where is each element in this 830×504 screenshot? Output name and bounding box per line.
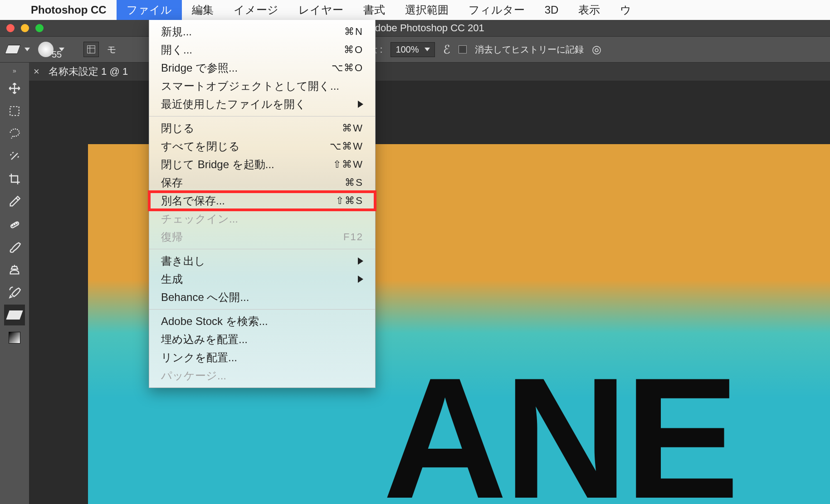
close-window-icon[interactable] <box>6 24 15 32</box>
menu-separator <box>149 249 375 249</box>
menu-item-label: チェックイン... <box>161 212 238 226</box>
document-tab[interactable]: × 名称未設定 1 @ 1 <box>34 65 128 78</box>
window-titlebar: Adobe Photoshop CC 201 <box>0 20 830 36</box>
menu-item-label: 埋め込みを配置... <box>161 332 248 347</box>
menu-item-label: 別名で保存... <box>161 194 225 208</box>
menubar-item-8[interactable]: 表示 <box>568 0 610 20</box>
gradient-tool-icon <box>9 332 20 344</box>
menu-item-label: 生成 <box>161 272 183 286</box>
svg-rect-1 <box>10 107 19 116</box>
menubar-item-4[interactable]: 書式 <box>353 0 395 20</box>
menu-item-label: 書き出し <box>161 254 205 268</box>
menu-item-label: 閉じる <box>161 121 195 136</box>
magic-wand-tool[interactable] <box>4 146 25 167</box>
submenu-arrow-icon <box>358 276 363 283</box>
menu-item-label: 開く... <box>161 43 192 57</box>
menu-separator <box>149 309 375 310</box>
menu-item[interactable]: 保存⌘S <box>149 174 375 192</box>
menu-item: チェックイン... <box>149 210 375 228</box>
marquee-tool[interactable] <box>4 101 25 121</box>
tools-expand-icon[interactable]: » <box>11 65 18 76</box>
menu-item-shortcut: ⇧⌘S <box>336 195 363 207</box>
menu-item: パッケージ... <box>149 367 375 385</box>
minimize-window-icon[interactable] <box>21 24 29 32</box>
zoom-window-icon[interactable] <box>35 24 44 32</box>
erase-history-checkbox[interactable] <box>459 45 467 53</box>
svg-rect-0 <box>88 46 95 53</box>
eyedropper-tool[interactable] <box>4 191 25 212</box>
menu-item[interactable]: 埋め込みを配置... <box>149 330 375 349</box>
menu-item-label: スマートオブジェクトとして開く... <box>161 79 339 93</box>
submenu-arrow-icon <box>358 257 363 265</box>
menu-item-label: すべてを閉じる <box>161 139 240 154</box>
menu-item[interactable]: 開く...⌘O <box>149 41 375 59</box>
menu-item[interactable]: Behance へ公開... <box>149 288 375 306</box>
menubar-item-7[interactable]: 3D <box>535 0 569 20</box>
menu-item[interactable]: 生成 <box>149 270 375 288</box>
mac-menubar: Photoshop CC ファイル編集イメージレイヤー書式選択範囲フィルター3D… <box>0 0 830 20</box>
menu-item[interactable]: すべてを閉じる⌥⌘W <box>149 137 375 155</box>
move-tool[interactable] <box>4 78 25 99</box>
menu-item-label: Behance へ公開... <box>161 290 249 305</box>
flow-value: 100% <box>395 44 419 55</box>
menu-item-label: 保存 <box>161 175 183 190</box>
menubar-item-1[interactable]: 編集 <box>182 0 224 20</box>
svg-point-5 <box>16 223 17 224</box>
svg-point-4 <box>14 224 15 225</box>
canvas-text-layer: ANE <box>383 339 736 504</box>
menu-item[interactable]: 新規...⌘N <box>149 23 375 41</box>
options-bar: 55 モ 流量 : 100% ℰ 消去してヒストリーに記録 ◎ <box>0 36 830 63</box>
menu-item-shortcut: F12 <box>343 231 363 243</box>
crop-tool[interactable] <box>4 169 25 189</box>
menu-item-shortcut: ⌥⌘O <box>332 62 363 74</box>
menu-item-label: 新規... <box>161 24 192 39</box>
menu-item[interactable]: 最近使用したファイルを開く <box>149 95 375 113</box>
eraser-icon <box>5 45 20 54</box>
menu-item-shortcut: ⌥⌘W <box>330 141 363 152</box>
menu-item-label: Adobe Stock を検索... <box>161 314 268 329</box>
file-menu-dropdown: 新規...⌘N開く...⌘OBridge で参照...⌥⌘Oスマートオブジェクト… <box>149 20 376 388</box>
gradient-tool[interactable] <box>4 327 25 348</box>
app-name-label[interactable]: Photoshop CC <box>21 4 117 16</box>
close-tab-icon[interactable]: × <box>34 66 39 77</box>
menu-item[interactable]: 閉じて Bridge を起動...⇧⌘W <box>149 155 375 174</box>
menu-item-shortcut: ⌘O <box>344 44 363 56</box>
menubar-item-9[interactable]: ウ <box>610 0 641 20</box>
menubar-item-2[interactable]: イメージ <box>224 0 288 20</box>
mode-label: モ <box>107 44 116 56</box>
pressure-opacity-icon[interactable]: ◎ <box>592 43 601 56</box>
menubar-item-3[interactable]: レイヤー <box>288 0 353 20</box>
healing-brush-tool[interactable] <box>4 214 25 235</box>
clone-stamp-tool[interactable] <box>4 259 25 280</box>
menu-item[interactable]: Adobe Stock を検索... <box>149 312 375 330</box>
flow-value-field[interactable]: 100% <box>391 42 435 57</box>
menu-item[interactable]: リンクを配置... <box>149 349 375 367</box>
eraser-tool-icon <box>6 310 23 320</box>
submenu-arrow-icon <box>358 101 363 108</box>
menu-item[interactable]: スマートオブジェクトとして開く... <box>149 77 375 95</box>
airbrush-icon[interactable]: ℰ <box>443 43 450 57</box>
menu-item[interactable]: 別名で保存...⇧⌘S <box>149 192 375 210</box>
lasso-tool[interactable] <box>4 123 25 144</box>
menubar-item-6[interactable]: フィルター <box>459 0 535 20</box>
menu-item[interactable]: Bridge で参照...⌥⌘O <box>149 59 375 77</box>
menu-item-label: Bridge で参照... <box>161 61 238 75</box>
menubar-item-0[interactable]: ファイル <box>117 0 182 20</box>
menu-item-shortcut: ⌘S <box>345 177 363 189</box>
brush-thumb-icon <box>38 42 54 57</box>
menubar-item-5[interactable]: 選択範囲 <box>395 0 459 20</box>
menu-item-label: 閉じて Bridge を起動... <box>161 157 274 172</box>
brush-tool[interactable] <box>4 237 25 257</box>
menu-item-shortcut: ⌘W <box>342 122 363 134</box>
menu-item[interactable]: 閉じる⌘W <box>149 119 375 137</box>
tools-panel: » <box>0 63 29 504</box>
eraser-tool[interactable] <box>4 305 25 325</box>
menu-item-shortcut: ⇧⌘W <box>333 159 363 170</box>
history-brush-tool[interactable] <box>4 282 25 303</box>
menu-item-label: リンクを配置... <box>161 350 237 365</box>
tool-preset-picker[interactable] <box>6 45 30 54</box>
menu-item[interactable]: 書き出し <box>149 252 375 270</box>
menu-item-label: パッケージ... <box>161 368 226 383</box>
brush-panel-toggle[interactable] <box>83 42 99 57</box>
erase-history-label: 消去してヒストリーに記録 <box>475 44 584 56</box>
